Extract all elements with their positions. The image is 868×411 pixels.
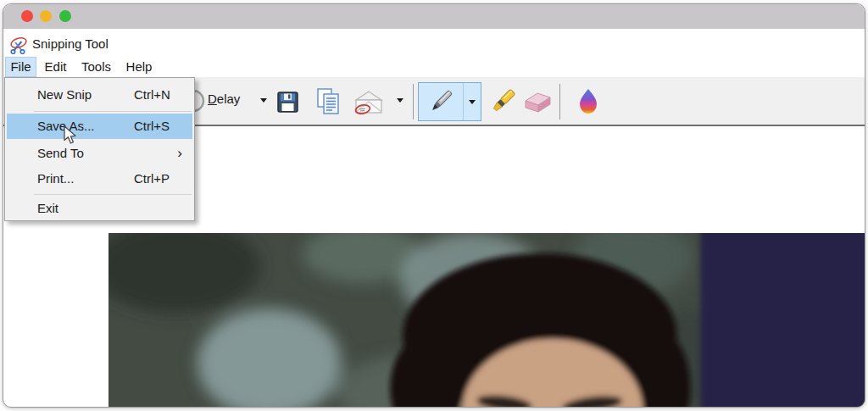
menu-tools[interactable]: Tools [78,57,114,77]
menu-help[interactable]: Help [122,57,156,77]
eraser-button[interactable] [520,90,554,115]
copy-icon [315,87,342,116]
eraser-icon [520,91,554,114]
screenshot: Snipping Tool File Edit Tools Help Delay [0,0,868,411]
menu-item-label: Print... [37,166,74,192]
menu-item-print[interactable]: Print... Ctrl+P [7,166,192,192]
snipping-tool-icon [9,36,28,54]
copy-button[interactable] [314,86,342,117]
menu-item-send-to[interactable]: Send To › [7,141,192,166]
mouse-cursor [64,125,82,149]
close-button[interactable] [21,10,33,22]
menu-file[interactable]: File [5,57,36,77]
minimize-button[interactable] [40,10,52,22]
menu-item-label: Exit [37,196,58,221]
delay-dropdown-arrow[interactable] [260,98,267,103]
submenu-arrow-icon: › [177,141,182,166]
menu-separator [34,194,192,195]
save-icon [276,91,299,114]
email-button[interactable] [353,88,385,117]
app-title-row: Snipping Tool [3,29,865,58]
menu-item-label: New Snip [37,82,92,108]
toolbar-separator [413,84,414,119]
menu-item-new-snip[interactable]: New Snip Ctrl+N [7,82,192,108]
email-dropdown-arrow[interactable] [397,98,403,103]
delay-label-rest: elay [217,92,241,106]
menu-item-save-as[interactable]: Save As... Ctrl+S [7,114,192,139]
window-title: Snipping Tool [32,36,108,51]
menu-item-shortcut: Ctrl+N [134,82,170,108]
delay-access-key: D [208,92,217,106]
menu-bar: File Edit Tools Help [3,57,865,77]
titlebar[interactable] [3,4,865,29]
menu-item-shortcut: Ctrl+P [134,166,170,192]
color-drop-icon [577,86,599,119]
menu-separator [34,111,192,112]
pen-button-main[interactable] [419,83,463,120]
toolbar-separator [559,84,560,119]
file-menu: New Snip Ctrl+N Save As... Ctrl+S Send T… [4,77,195,221]
pen-dropdown[interactable] [463,83,481,120]
customize-button[interactable] [576,86,601,119]
pen-dropdown-arrow [469,100,476,104]
app-window: Snipping Tool File Edit Tools Help Delay [3,3,865,408]
snip-image [108,233,865,407]
pen-icon [425,86,457,118]
menu-item-shortcut: Ctrl+S [134,114,170,139]
delay-button[interactable]: Delay [208,92,240,106]
menu-edit[interactable]: Edit [41,57,70,77]
pen-button[interactable] [418,82,481,121]
email-icon [353,89,385,117]
highlighter-icon [487,86,519,118]
save-button[interactable] [275,88,300,115]
menu-item-exit[interactable]: Exit [7,196,192,221]
highlighter-button[interactable] [487,86,519,118]
zoom-button[interactable] [59,10,71,22]
